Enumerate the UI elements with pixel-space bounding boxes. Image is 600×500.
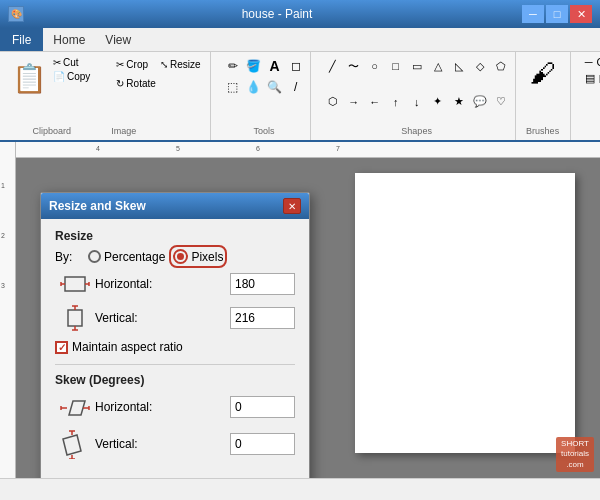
shapes-group: ╱ 〜 ○ □ ▭ △ ◺ ◇ ⬠ ⬡ → ← ↑ ↓ ✦ ★ 💬 ♡ Shap… — [319, 52, 516, 140]
callout-shape[interactable]: 💬 — [470, 92, 490, 112]
view-menu[interactable]: View — [95, 28, 141, 51]
maximize-button[interactable]: □ — [546, 5, 568, 23]
star5-shape[interactable]: ★ — [449, 92, 469, 112]
skew-horizontal-input[interactable] — [230, 396, 295, 418]
file-menu[interactable]: File — [0, 28, 43, 51]
skew-horizontal-icon — [59, 393, 91, 421]
arrow-up-shape[interactable]: ↑ — [386, 92, 406, 112]
pencil-tool[interactable]: ✏ — [223, 56, 243, 76]
resize-section-label: Resize — [55, 229, 295, 243]
arrow-left-shape[interactable]: ← — [365, 92, 385, 112]
hex-shape[interactable]: ⬡ — [323, 92, 343, 112]
oval-shape[interactable]: ○ — [365, 56, 385, 76]
by-row: By: Percentage Pixels — [55, 249, 295, 264]
percentage-label: Percentage — [104, 250, 165, 264]
brushes-group: 🖌 Brushes — [516, 52, 571, 140]
close-button[interactable]: ✕ — [570, 5, 592, 23]
vertical-label: Vertical: — [95, 311, 230, 325]
paste-button[interactable]: 📋 — [10, 56, 48, 100]
skew-vertical-row: Vertical: — [55, 429, 295, 459]
select-tool[interactable]: ⬚ — [223, 77, 243, 97]
properties-group: ─ Outline ▤ Fill — [579, 52, 600, 140]
title-bar-icons: 🎨 — [8, 6, 24, 22]
dialog-overlay: Resize and Skew ✕ Resize By: Percentage — [0, 142, 600, 500]
watermark: SHORTtutorials.com — [556, 437, 594, 472]
arrow-right-shape[interactable]: → — [344, 92, 364, 112]
triangle-shape[interactable]: △ — [428, 56, 448, 76]
by-label: By: — [55, 250, 80, 264]
star4-shape[interactable]: ✦ — [428, 92, 448, 112]
image-group: ✂ Crop ⤡ Resize ↻ Rotate Image — [107, 52, 210, 140]
pentagon-shape[interactable]: ⬠ — [491, 56, 511, 76]
window-title: house - Paint — [32, 7, 522, 21]
cut-button[interactable]: ✂ Cut — [50, 56, 93, 69]
line-shape[interactable]: ╱ — [323, 56, 343, 76]
brushes-label: Brushes — [526, 126, 559, 136]
svg-marker-10 — [69, 401, 85, 415]
percentage-radio[interactable]: Percentage — [88, 250, 165, 264]
outline-button[interactable]: ─ Outline — [585, 56, 600, 68]
skew-vertical-icon-cell — [55, 429, 95, 459]
diamond-shape[interactable]: ◇ — [470, 56, 490, 76]
text-tool[interactable]: A — [265, 56, 285, 76]
skew-vertical-label: Vertical: — [95, 437, 230, 451]
percentage-radio-circle — [88, 250, 101, 263]
crop-button[interactable]: ✂ Crop — [111, 56, 153, 73]
rect-shape[interactable]: □ — [386, 56, 406, 76]
rrect-shape[interactable]: ▭ — [407, 56, 427, 76]
ribbon: 📋 ✂ Cut 📄 Copy Clipboard ✂ Crop ⤡ Resize… — [0, 52, 600, 142]
skew-vertical-input[interactable] — [230, 433, 295, 455]
heart-shape[interactable]: ♡ — [491, 92, 511, 112]
title-bar: 🎨 house - Paint ─ □ ✕ — [0, 0, 600, 28]
color-pick-tool[interactable]: 💧 — [244, 77, 264, 97]
horizontal-value-input[interactable] — [230, 273, 295, 295]
resize-button[interactable]: ⤡ Resize — [155, 56, 206, 73]
copy-button[interactable]: 📄 Copy — [50, 70, 93, 83]
tools-group: ✏ 🪣 A ◻ ⬚ 💧 🔍 / Tools — [219, 52, 311, 140]
dialog-body: Resize By: Percentage — [41, 219, 309, 477]
vertical-value-input[interactable] — [230, 307, 295, 329]
image-label: Image — [111, 126, 136, 136]
skew-section-label: Skew (Degrees) — [55, 373, 295, 387]
cut-copy-buttons: ✂ Cut 📄 Copy — [50, 56, 93, 100]
pixels-radio-dot — [177, 253, 184, 260]
magnify-tool[interactable]: 🔍 — [265, 77, 285, 97]
horizontal-resize-icon-cell — [55, 272, 95, 296]
curve-shape[interactable]: 〜 — [344, 56, 364, 76]
resize-horizontal-row: Horizontal: — [55, 272, 295, 296]
arrow-down-shape[interactable]: ↓ — [407, 92, 427, 112]
rotate-button[interactable]: ↻ Rotate — [111, 75, 160, 92]
clipboard-group: 📋 ✂ Cut 📄 Copy Clipboard — [4, 52, 99, 140]
skew-vertical-icon — [59, 429, 91, 459]
pixels-radio[interactable]: Pixels — [173, 249, 223, 264]
maintain-aspect-checkbox[interactable]: ✓ — [55, 341, 68, 354]
skew-horizontal-row: Horizontal: — [55, 393, 295, 421]
crop-resize-row: ✂ Crop ⤡ Resize — [111, 56, 205, 73]
resize-skew-dialog: Resize and Skew ✕ Resize By: Percentage — [40, 192, 310, 500]
skew-horizontal-icon-cell — [55, 393, 95, 421]
skew-horizontal-label: Horizontal: — [95, 400, 230, 414]
dialog-close-button[interactable]: ✕ — [283, 198, 301, 214]
shapes-grid: ╱ 〜 ○ □ ▭ △ ◺ ◇ ⬠ ⬡ → ← ↑ ↓ ✦ ★ 💬 ♡ — [323, 56, 511, 126]
pixels-label: Pixels — [191, 250, 223, 264]
svg-rect-0 — [65, 277, 85, 291]
line-tool[interactable]: / — [286, 77, 306, 97]
menu-bar: File Home View — [0, 28, 600, 52]
minimize-button[interactable]: ─ — [522, 5, 544, 23]
rtriangle-shape[interactable]: ◺ — [449, 56, 469, 76]
home-menu[interactable]: Home — [43, 28, 95, 51]
pixels-radio-circle — [173, 249, 188, 264]
dialog-title: Resize and Skew — [49, 199, 283, 213]
section-divider — [55, 364, 295, 365]
eraser-tool[interactable]: ◻ — [286, 56, 306, 76]
tools-label: Tools — [223, 126, 306, 136]
svg-rect-5 — [68, 310, 82, 326]
brushes-icon[interactable]: 🖌 — [530, 58, 556, 89]
fill-tool[interactable]: 🪣 — [244, 56, 264, 76]
shapes-label: Shapes — [323, 126, 511, 136]
svg-marker-15 — [63, 435, 81, 455]
resize-vertical-row: Vertical: — [55, 304, 295, 332]
status-bar — [0, 478, 600, 500]
clipboard-label: Clipboard — [10, 126, 93, 136]
fill-button[interactable]: ▤ Fill — [585, 72, 600, 85]
